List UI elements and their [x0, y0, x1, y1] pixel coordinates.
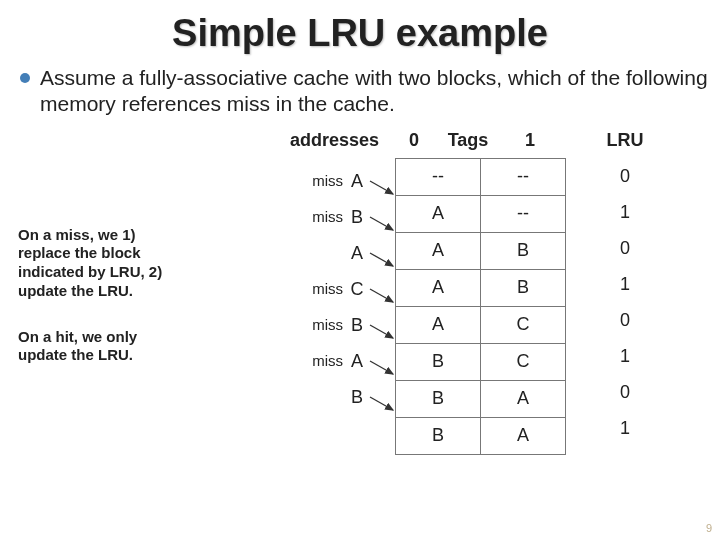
tags-header: Tags — [438, 130, 498, 151]
tags-col1-header: 1 — [520, 130, 540, 151]
address-row: missB — [275, 307, 365, 343]
svg-line-2 — [370, 253, 393, 266]
bullet-dot-icon — [20, 73, 30, 83]
tags-table: ---- A-- AB AB AC BC BA BA — [395, 158, 566, 455]
slide-title: Simple LRU example — [0, 0, 720, 61]
lru-cell: 0 — [595, 230, 655, 266]
address-row: B — [275, 379, 365, 415]
addresses-header: addresses — [290, 130, 379, 151]
lru-cell: 0 — [595, 158, 655, 194]
lru-column: 0 1 0 1 0 1 0 1 — [595, 158, 655, 446]
address-row: A — [275, 235, 365, 271]
svg-line-6 — [370, 397, 393, 410]
svg-line-1 — [370, 217, 393, 230]
note-on-miss: On a miss, we 1) replace the block indic… — [18, 226, 183, 301]
table-row: AC — [396, 306, 566, 343]
svg-line-3 — [370, 289, 393, 302]
table-row: BA — [396, 380, 566, 417]
address-row: missC — [275, 271, 365, 307]
page-number: 9 — [706, 522, 712, 534]
table-row: BC — [396, 343, 566, 380]
svg-line-5 — [370, 361, 393, 374]
lru-header: LRU — [595, 130, 655, 151]
table-row: A-- — [396, 195, 566, 232]
lru-cell: 0 — [595, 374, 655, 410]
bullet-text: Assume a fully-associative cache with tw… — [40, 65, 710, 118]
lru-cell: 1 — [595, 338, 655, 374]
svg-line-4 — [370, 325, 393, 338]
lru-cell: 1 — [595, 266, 655, 302]
lru-cell: 1 — [595, 194, 655, 230]
address-row: missA — [275, 163, 365, 199]
diagram-area: On a miss, we 1) replace the block indic… — [0, 130, 720, 510]
note-on-hit: On a hit, we only update the LRU. — [18, 328, 183, 366]
lru-cell: 1 — [595, 410, 655, 446]
bullet-item: Assume a fully-associative cache with tw… — [0, 61, 720, 130]
tags-col0-header: 0 — [404, 130, 424, 151]
lru-cell: 0 — [595, 302, 655, 338]
table-row: BA — [396, 417, 566, 454]
table-row: AB — [396, 269, 566, 306]
address-row: missB — [275, 199, 365, 235]
table-row: ---- — [396, 158, 566, 195]
table-row: AB — [396, 232, 566, 269]
svg-line-0 — [370, 181, 393, 194]
address-row: missA — [275, 343, 365, 379]
address-column: missA missB A missC missB missA B — [275, 163, 365, 415]
